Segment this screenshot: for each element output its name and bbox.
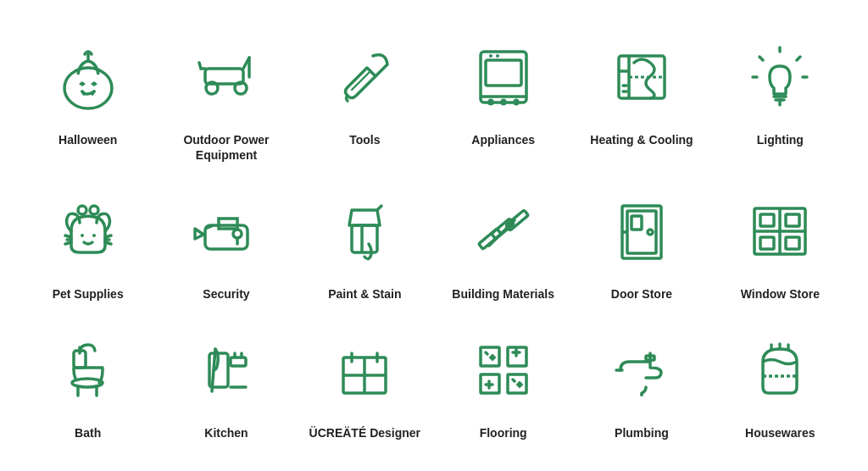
category-item-flooring[interactable]: Flooring [434, 317, 572, 447]
svg-rect-33 [219, 219, 237, 229]
svg-point-25 [92, 234, 96, 237]
bath-icon [42, 324, 135, 417]
category-item-tools[interactable]: Tools [296, 24, 434, 169]
svg-rect-46 [632, 216, 642, 230]
paint-stain-icon [318, 185, 411, 278]
category-grid: Halloween Outdoor Power Equipment Tools … [10, 7, 858, 465]
svg-line-30 [105, 236, 111, 237]
door-store-icon [595, 185, 688, 278]
svg-rect-52 [760, 237, 774, 249]
security-icon [180, 185, 273, 278]
appliances-icon [457, 30, 550, 124]
svg-rect-53 [786, 237, 799, 249]
category-item-paint-stain[interactable]: Paint & Stain [296, 178, 434, 308]
building-materials-icon [457, 185, 550, 278]
category-item-kitchen[interactable]: Kitchen [157, 317, 295, 447]
housewares-icon [733, 324, 826, 417]
bath-label: Bath [75, 425, 101, 441]
category-item-housewares[interactable]: Housewares [711, 317, 849, 447]
outdoor-power-icon [180, 30, 273, 124]
svg-line-28 [65, 236, 71, 237]
category-item-bath[interactable]: Bath [19, 317, 157, 447]
door-store-label: Door Store [611, 286, 672, 302]
lighting-label: Lighting [757, 132, 804, 147]
outdoor-power-label: Outdoor Power Equipment [160, 132, 292, 163]
category-item-door-store[interactable]: Door Store [572, 178, 710, 308]
svg-rect-37 [352, 225, 377, 252]
ucreate-icon [318, 324, 411, 417]
category-item-appliances[interactable]: Appliances [434, 24, 572, 169]
tools-label: Tools [349, 132, 380, 147]
svg-point-0 [64, 68, 112, 108]
svg-line-38 [377, 206, 381, 210]
kitchen-label: Kitchen [204, 425, 248, 441]
category-item-building-materials[interactable]: Building Materials [434, 178, 572, 308]
category-item-plumbing[interactable]: Plumbing [572, 317, 710, 447]
pet-supplies-icon [42, 185, 135, 278]
svg-line-27 [65, 242, 71, 244]
svg-line-8 [199, 63, 201, 69]
svg-rect-60 [231, 357, 246, 366]
category-item-lighting[interactable]: Lighting [711, 24, 849, 169]
svg-rect-11 [486, 60, 521, 86]
svg-point-22 [78, 206, 86, 214]
ucreate-label: ÜCREÄTÉ Designer [309, 425, 420, 441]
category-item-security[interactable]: Security [157, 178, 295, 308]
flooring-label: Flooring [480, 425, 527, 441]
paint-stain-label: Paint & Stain [328, 286, 401, 302]
svg-point-75 [640, 393, 643, 396]
plumbing-icon [595, 324, 688, 417]
appliances-label: Appliances [471, 132, 535, 147]
heating-cooling-icon [595, 30, 688, 124]
category-item-halloween[interactable]: Halloween [19, 24, 157, 169]
security-label: Security [203, 286, 249, 302]
housewares-label: Housewares [745, 425, 815, 441]
category-item-ucreate[interactable]: ÜCREÄTÉ Designer [296, 317, 434, 447]
building-materials-label: Building Materials [452, 286, 554, 302]
window-store-label: Window Store [741, 286, 820, 302]
halloween-icon [42, 30, 135, 124]
svg-point-23 [90, 206, 98, 214]
heating-cooling-label: Heating & Cooling [590, 132, 693, 147]
halloween-label: Halloween [58, 132, 117, 147]
category-item-window-store[interactable]: Window Store [711, 178, 849, 308]
window-store-icon [733, 185, 826, 278]
category-item-outdoor-power[interactable]: Outdoor Power Equipment [157, 24, 295, 169]
category-item-pet-supplies[interactable]: Pet Supplies [19, 178, 157, 308]
pet-supplies-label: Pet Supplies [53, 286, 124, 302]
svg-line-31 [105, 242, 111, 244]
svg-point-24 [81, 234, 84, 237]
svg-rect-51 [786, 214, 799, 226]
tools-icon [318, 30, 411, 124]
svg-point-13 [496, 54, 499, 58]
category-item-heating-cooling[interactable]: Heating & Cooling [572, 24, 710, 169]
svg-point-12 [489, 54, 492, 58]
svg-rect-50 [760, 214, 774, 226]
kitchen-icon [180, 324, 273, 417]
plumbing-label: Plumbing [615, 425, 669, 441]
flooring-icon [457, 324, 550, 417]
lighting-icon [733, 30, 826, 124]
svg-point-45 [648, 230, 653, 235]
